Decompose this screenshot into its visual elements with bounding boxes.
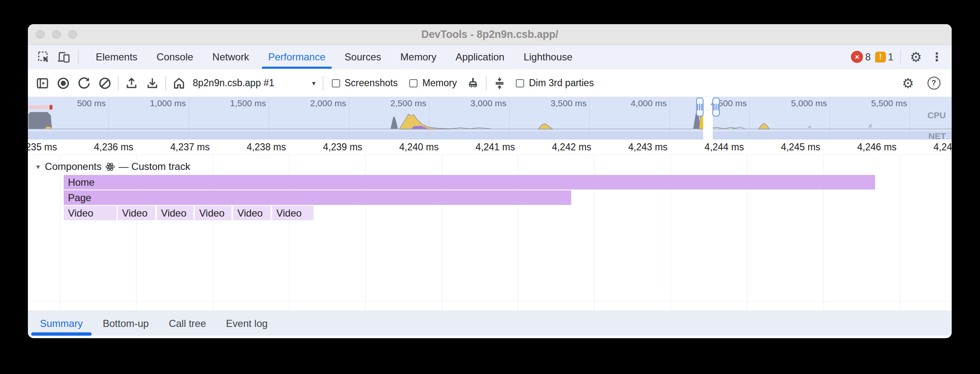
tab-performance[interactable]: Performance — [259, 45, 335, 69]
track-gridline — [900, 155, 900, 311]
memory-checkbox[interactable] — [409, 79, 418, 87]
flamechart-area[interactable]: ▼ Components — Custom track HomePageVide… — [28, 155, 952, 311]
track-bar-video[interactable]: Video — [64, 206, 116, 220]
right-selection-handle[interactable] — [712, 97, 720, 117]
tab-console[interactable]: Console — [147, 45, 203, 69]
tab-lighthouse[interactable]: Lighthouse — [514, 45, 582, 69]
screenshots-checkbox[interactable] — [332, 79, 340, 87]
bottom-tab-call-tree[interactable]: Call tree — [159, 311, 216, 336]
track-bar-video[interactable]: Video — [272, 206, 313, 220]
tabbar-right: 8 1 ⚙ ⋮ — [851, 49, 952, 65]
error-count: 8 — [865, 51, 871, 63]
detail-time-ruler[interactable]: 4,235 ms4,236 ms4,237 ms4,238 ms4,239 ms… — [28, 140, 952, 155]
detail-tick-label: 4,236 ms — [94, 142, 134, 153]
detail-tick-label: 4,235 ms — [28, 142, 57, 153]
target-select-value: 8p2n9n.csb.app #1 — [193, 77, 274, 89]
track-bar-video[interactable]: Video — [195, 206, 231, 220]
tabbar-left-icons — [28, 49, 86, 65]
track-name: Components — [45, 161, 102, 172]
dim-3rd-parties-label: Dim 3rd parties — [529, 77, 594, 89]
toggle-sidebar-icon[interactable] — [34, 75, 51, 92]
record-reload-icon[interactable] — [76, 75, 92, 92]
window-title: DevTools - 8p2n9n.csb.app/ — [28, 28, 952, 40]
horizontal-divider — [28, 301, 952, 302]
overview-tick-label: 500 ms — [77, 98, 106, 108]
react-atom-icon — [105, 162, 115, 172]
devtools-window: DevTools - 8p2n9n.csb.app/ ElementsConso… — [28, 24, 952, 338]
timeline-overview[interactable]: CPU NET 500 ms1,000 ms1,500 ms2,000 ms2,… — [28, 97, 952, 140]
clear-icon[interactable] — [97, 75, 113, 92]
detail-tick-label: 4,239 ms — [323, 142, 363, 153]
divider — [486, 76, 487, 90]
overview-tick-label: 3,500 ms — [551, 98, 587, 108]
more-menu-icon[interactable]: ⋮ — [928, 49, 945, 65]
error-badge[interactable]: 8 — [851, 51, 871, 63]
devtools-tabbar: ElementsConsoleNetworkPerformanceSources… — [28, 45, 952, 69]
divider — [900, 50, 901, 64]
issue-badge[interactable]: 1 — [875, 51, 893, 63]
tab-elements[interactable]: Elements — [86, 45, 147, 69]
tab-application[interactable]: Application — [446, 45, 514, 69]
divider — [118, 76, 119, 90]
detail-tick-label: 4,243 ms — [628, 142, 668, 153]
upload-profile-icon[interactable] — [123, 75, 140, 92]
overview-tick-label: 6,000 ms — [951, 98, 952, 108]
overview-tick-label: 2,500 ms — [391, 98, 426, 108]
record-icon[interactable] — [55, 75, 72, 92]
tab-network[interactable]: Network — [203, 45, 259, 69]
toolbar-right: ⚙ ? — [898, 75, 952, 92]
dim-3rd-parties-checkbox-group[interactable]: Dim 3rd parties — [516, 77, 594, 89]
divider — [323, 76, 323, 90]
issue-badge-icon — [875, 52, 886, 62]
screenshots-label: Screenshots — [345, 77, 398, 89]
overview-tick-label: 4,000 ms — [631, 98, 667, 108]
gc-brush-icon[interactable] — [465, 75, 481, 92]
track-bar-page[interactable]: Page — [64, 190, 571, 205]
error-badge-icon — [851, 51, 863, 63]
gear-icon[interactable]: ⚙ — [908, 49, 924, 65]
tabbar-tabs: ElementsConsoleNetworkPerformanceSources… — [86, 45, 582, 69]
performance-toolbar: 8p2n9n.csb.app #1 ▼ Screenshots Memory — [28, 70, 952, 97]
track-gridline — [60, 155, 60, 311]
chevron-down-icon: ▼ — [311, 80, 317, 87]
settings-gear-icon[interactable]: ⚙ — [900, 75, 916, 92]
detail-tick-label: 4,244 ms — [704, 142, 744, 153]
overview-tick-label: 5,500 ms — [871, 98, 907, 108]
tab-sources[interactable]: Sources — [335, 45, 391, 69]
inspect-icon[interactable] — [35, 49, 52, 65]
track-suffix: — Custom track — [119, 161, 190, 172]
track-bar-home[interactable]: Home — [64, 175, 875, 189]
detail-tick-label: 4,240 ms — [399, 142, 439, 153]
memory-checkbox-group[interactable]: Memory — [409, 77, 457, 89]
collapse-arrows-icon[interactable] — [491, 75, 508, 92]
home-icon[interactable] — [171, 75, 187, 92]
overview-tick-label: 5,000 ms — [791, 98, 827, 108]
track-bar-video[interactable]: Video — [233, 206, 271, 220]
divider — [78, 50, 79, 64]
memory-label: Memory — [422, 77, 457, 89]
track-bar-video[interactable]: Video — [118, 206, 155, 220]
left-selection-handle[interactable] — [696, 97, 704, 117]
collapse-triangle-icon[interactable]: ▼ — [35, 163, 41, 170]
detail-tick-label: 4,238 ms — [246, 142, 286, 153]
divider — [165, 76, 166, 90]
screenshots-checkbox-group[interactable]: Screenshots — [332, 77, 398, 89]
help-icon[interactable]: ? — [925, 75, 942, 92]
bottom-tab-bottom-up[interactable]: Bottom-up — [93, 311, 159, 336]
bottom-tab-event-log[interactable]: Event log — [216, 311, 278, 336]
overview-tick-label: 1,500 ms — [230, 98, 266, 108]
download-profile-icon[interactable] — [144, 75, 161, 92]
detail-tick-label: 4,241 ms — [475, 142, 515, 153]
dim-3rd-parties-checkbox[interactable] — [516, 79, 524, 87]
bottom-tabbar: SummaryBottom-upCall treeEvent log — [28, 311, 952, 336]
device-toolbar-icon[interactable] — [55, 49, 72, 65]
bottom-tab-summary[interactable]: Summary — [30, 311, 93, 336]
overview-tick-label: 3,000 ms — [470, 98, 506, 108]
track-bar-video[interactable]: Video — [157, 206, 194, 220]
overview-tick-label: 2,000 ms — [310, 98, 346, 108]
tab-memory[interactable]: Memory — [391, 45, 446, 69]
detail-tick-label: 4,237 ms — [170, 142, 210, 153]
target-select[interactable]: 8p2n9n.csb.app #1 ▼ — [193, 77, 317, 89]
custom-track-header[interactable]: ▼ Components — Custom track — [35, 161, 190, 172]
detail-tick-label: 4,246 ms — [857, 142, 897, 153]
